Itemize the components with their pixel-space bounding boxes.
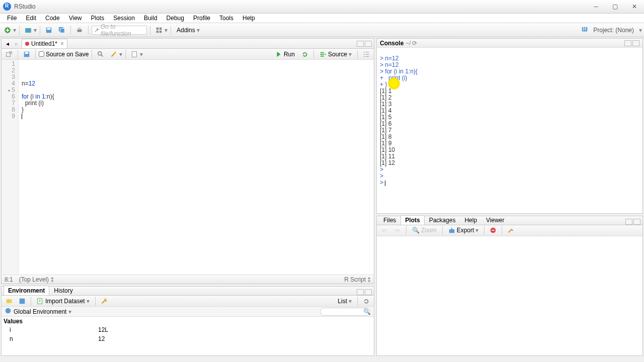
import-dataset-button[interactable]: Import Dataset ▾	[34, 297, 92, 306]
source-statusbar: 8:1 (Top Level) ‡ R Script ‡	[2, 275, 374, 284]
pane-maximize-icon[interactable]	[633, 219, 640, 225]
values-section-header: Values	[4, 318, 372, 325]
code-content[interactable]: n=12 for (i in 1:n){ print (i)}	[19, 60, 374, 275]
source-button[interactable]: Source ▾	[317, 50, 354, 59]
scope-selector[interactable]: Global Environment ▾	[14, 308, 71, 315]
env-toolbar: Import Dataset ▾ List ▾	[2, 296, 374, 307]
svg-rect-1	[26, 28, 31, 32]
wand-dropdown-icon[interactable]: ▾	[119, 51, 122, 58]
wand-button[interactable]	[108, 49, 119, 59]
window-title: RStudio	[14, 3, 590, 10]
new-project-button[interactable]	[23, 25, 34, 35]
cursor-highlight-icon	[388, 77, 400, 89]
rerun-button[interactable]	[299, 49, 310, 59]
console-path-icon[interactable]: ⟳	[412, 40, 417, 47]
scope-indicator[interactable]: (Top Level) ‡	[19, 276, 54, 283]
env-search-input[interactable]	[320, 308, 370, 316]
tab-history[interactable]: History	[49, 286, 77, 295]
tab-packages[interactable]: Packages	[425, 215, 460, 225]
pane-minimize-icon[interactable]	[357, 289, 364, 295]
source-on-save-checkbox[interactable]: Source on Save	[39, 51, 89, 58]
tab-environment[interactable]: Environment	[4, 286, 49, 295]
export-button[interactable]: Export ▾	[446, 226, 481, 235]
svg-rect-19	[9, 299, 12, 303]
pane-minimize-icon[interactable]	[357, 41, 364, 47]
nav-fwd-button[interactable]: ▸	[13, 39, 21, 49]
goto-placeholder: Go to file/function	[101, 23, 144, 37]
menu-code[interactable]: Code	[41, 14, 64, 23]
zoom-icon: 🔍	[412, 227, 420, 234]
save-doc-button[interactable]	[21, 49, 32, 59]
grid-button[interactable]	[153, 25, 165, 35]
pane-maximize-icon[interactable]	[632, 40, 639, 46]
menu-session[interactable]: Session	[109, 14, 139, 23]
plot-next-button[interactable]: ⇨	[392, 225, 403, 235]
tab-viewer[interactable]: Viewer	[481, 215, 509, 225]
menu-edit[interactable]: Edit	[22, 14, 40, 23]
new-file-button[interactable]	[2, 25, 13, 35]
console-output[interactable]: > n=12 > n=12 > for (i in 1:n){ + print …	[377, 48, 642, 213]
pane-minimize-icon[interactable]	[624, 40, 631, 46]
svg-rect-7	[78, 27, 80, 29]
tab-help[interactable]: Help	[460, 215, 481, 225]
menu-profile[interactable]: Profile	[189, 14, 214, 23]
svg-rect-9	[159, 27, 162, 29]
print-button[interactable]	[74, 25, 85, 35]
svg-point-17	[98, 51, 102, 55]
outline-button[interactable]	[361, 49, 372, 59]
save-button[interactable]	[43, 25, 54, 35]
compile-button[interactable]	[129, 49, 140, 59]
refresh-env-button[interactable]	[361, 296, 372, 306]
maximize-button[interactable]: ▢	[608, 2, 622, 11]
menu-debug[interactable]: Debug	[163, 14, 188, 23]
run-button[interactable]: Run	[273, 50, 297, 59]
load-workspace-button[interactable]	[4, 296, 15, 306]
menu-plots[interactable]: Plots	[87, 14, 109, 23]
new-file-dropdown-icon[interactable]: ▾	[13, 27, 16, 34]
project-dropdown-icon[interactable]: ▾	[639, 27, 642, 34]
project-menu[interactable]: Project: (None)	[590, 27, 637, 34]
open-dropdown-icon[interactable]: ▾	[34, 27, 37, 34]
pane-maximize-icon[interactable]	[365, 41, 372, 47]
tab-close-icon[interactable]: ×	[60, 40, 64, 47]
compile-dropdown-icon[interactable]: ▾	[140, 51, 143, 58]
menu-bar: File Edit Code View Plots Session Build …	[0, 14, 644, 23]
plot-prev-button[interactable]: ⇦	[379, 225, 390, 235]
popout-button[interactable]	[4, 49, 15, 59]
close-button[interactable]: ✕	[628, 2, 641, 11]
language-indicator[interactable]: R Script ‡	[344, 276, 371, 283]
nav-back-button[interactable]: ◂	[4, 39, 12, 49]
pane-maximize-icon[interactable]	[365, 289, 372, 295]
svg-rect-20	[20, 298, 25, 304]
list-view-button[interactable]: List ▾	[335, 297, 354, 306]
remove-plot-button[interactable]	[488, 225, 499, 235]
menu-build[interactable]: Build	[140, 14, 162, 23]
source-tab-untitled1[interactable]: Untitled1* ×	[22, 39, 67, 48]
clear-plots-button[interactable]	[505, 225, 516, 235]
code-editor[interactable]: 1 2 3 4 ▾ 5 6 7 8 9 n=12 for (i in 1:n){…	[2, 60, 374, 275]
source-pane: ◂ ▸ Untitled1* × Source	[1, 38, 374, 284]
env-row-i[interactable]: i12L	[5, 326, 371, 334]
save-all-button[interactable]	[56, 25, 67, 35]
menu-file[interactable]: File	[3, 14, 21, 23]
zoom-button[interactable]: 🔍 Zoom	[410, 226, 439, 235]
pane-minimize-icon[interactable]	[625, 219, 632, 225]
main-toolbar: ▾ ▾ ↗ Go to file/function ▾ Addins ▾ R P…	[0, 23, 644, 37]
environment-pane: Environment History Import Dataset ▾	[1, 286, 374, 356]
save-workspace-button[interactable]	[17, 296, 28, 306]
menu-view[interactable]: View	[65, 14, 86, 23]
env-row-n[interactable]: n12	[5, 335, 371, 343]
source-toolbar: Source on Save ▾ ▾ Run Source	[2, 49, 374, 60]
find-button[interactable]	[95, 49, 106, 59]
menu-help[interactable]: Help	[238, 14, 259, 23]
rstudio-logo-icon	[3, 3, 11, 11]
grid-dropdown-icon[interactable]: ▾	[165, 27, 168, 34]
tab-label: Untitled1*	[31, 40, 57, 47]
menu-tools[interactable]: Tools	[215, 14, 237, 23]
minimize-button[interactable]: ─	[590, 2, 602, 11]
tab-files[interactable]: Files	[379, 215, 400, 225]
clear-workspace-button[interactable]	[99, 296, 110, 306]
addins-button[interactable]: Addins ▾	[174, 26, 202, 35]
goto-file-input[interactable]: ↗ Go to file/function	[92, 26, 147, 35]
tab-plots[interactable]: Plots	[400, 215, 424, 225]
